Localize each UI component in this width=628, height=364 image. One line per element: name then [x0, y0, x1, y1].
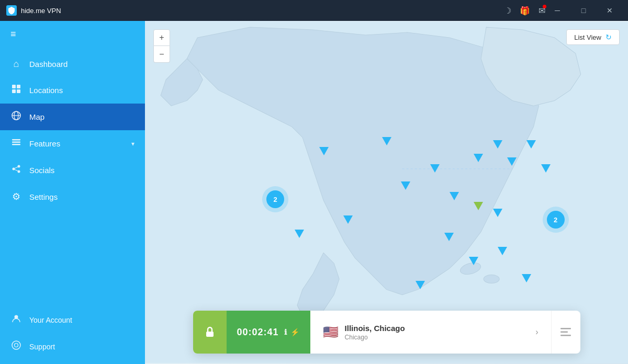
cluster-count-2: 2	[554, 216, 557, 224]
sidebar-item-features[interactable]: Features ▾	[0, 130, 145, 157]
svg-rect-2	[12, 89, 16, 93]
map-marker-9[interactable]	[493, 140, 502, 149]
support-icon	[10, 340, 22, 352]
map-container[interactable]: + − List View ↻ 2	[145, 21, 628, 364]
sidebar-item-socials[interactable]: Socials	[0, 157, 145, 184]
sidebar-label-socials: Socials	[29, 166, 134, 175]
sidebar-item-your-account[interactable]: Your Account	[0, 306, 145, 333]
timer-icons: ℹ ⚡	[284, 328, 300, 336]
location-flag: 🇺🇸	[323, 325, 339, 339]
map-marker-17[interactable]	[498, 247, 507, 255]
nav-items: ⌂ Dashboard Locations	[0, 47, 145, 306]
svg-rect-3	[17, 89, 20, 93]
svg-point-10	[13, 168, 15, 170]
gift-icon[interactable]: 🎁	[520, 6, 530, 16]
features-icon	[10, 138, 22, 150]
map-marker-8[interactable]	[474, 154, 483, 162]
sidebar-label-map: Map	[29, 112, 134, 121]
map-marker-5[interactable]	[401, 181, 410, 190]
location-name: Illinois, Chicago	[345, 324, 530, 333]
connection-timer: 00:02:41 ℹ ⚡	[227, 311, 310, 354]
svg-rect-25	[560, 335, 571, 336]
sidebar-label-dashboard: Dashboard	[29, 60, 134, 69]
hamburger-menu[interactable]: ≡	[10, 29, 16, 39]
zoom-out-button[interactable]: −	[153, 46, 170, 63]
map-marker-1[interactable]	[319, 147, 329, 155]
svg-line-14	[15, 169, 18, 171]
map-marker-10[interactable]	[507, 157, 517, 166]
map-marker-14[interactable]	[493, 209, 502, 217]
location-arrow[interactable]: ›	[535, 327, 538, 337]
sidebar-item-locations[interactable]: Locations	[0, 77, 145, 104]
main-layout: ≡ ⌂ Dashboard Locations	[0, 21, 628, 364]
cluster-count-1: 2	[274, 196, 277, 203]
refresh-icon: ↻	[605, 33, 612, 41]
moon-icon[interactable]: ☽	[504, 6, 511, 16]
svg-point-17	[15, 344, 18, 347]
bolt-icon: ⚡	[290, 328, 300, 336]
app-title: hide.me VPN	[21, 7, 61, 15]
svg-line-13	[15, 167, 18, 168]
map-marker-18[interactable]	[522, 274, 531, 282]
minimize-button[interactable]: ─	[545, 0, 569, 21]
zoom-in-button[interactable]: +	[153, 29, 170, 46]
svg-rect-1	[17, 85, 20, 88]
svg-point-16	[12, 341, 20, 349]
location-text: Illinois, Chicago Chicago	[345, 324, 530, 341]
mail-icon[interactable]: ✉	[539, 6, 545, 16]
sidebar-label-settings: Settings	[29, 192, 134, 201]
marker-cluster-2[interactable]: 2	[547, 211, 565, 229]
account-icon	[10, 314, 22, 326]
map-marker-7[interactable]	[450, 192, 459, 200]
connection-bar: 00:02:41 ℹ ⚡ 🇺🇸 Illinois, Chicago Chicag…	[193, 311, 580, 354]
list-view-label: List View	[574, 33, 601, 41]
svg-rect-9	[12, 144, 20, 145]
timer-value: 00:02:41	[237, 327, 279, 338]
sidebar-bottom: Your Account Support	[0, 306, 145, 364]
svg-rect-8	[12, 142, 20, 143]
map-marker-4[interactable]	[382, 137, 391, 145]
chevron-down-icon: ▾	[131, 140, 134, 147]
grid-icon	[10, 84, 22, 96]
sidebar-top: ≡	[0, 21, 145, 47]
sidebar-label-locations: Locations	[29, 86, 134, 95]
map-content: + − List View ↻ 2	[145, 21, 628, 364]
close-button[interactable]: ✕	[598, 0, 622, 21]
map-marker-12[interactable]	[541, 164, 551, 173]
svg-rect-22	[206, 332, 214, 337]
map-marker-11[interactable]	[526, 140, 536, 149]
svg-rect-23	[560, 328, 571, 329]
sidebar-item-support[interactable]: Support	[0, 333, 145, 360]
connection-location[interactable]: 🇺🇸 Illinois, Chicago Chicago ›	[310, 324, 551, 341]
titlebar-icons: ☽ 🎁 ✉	[504, 6, 545, 16]
app-logo	[6, 5, 17, 16]
settings-icon: ⚙	[10, 191, 22, 202]
svg-point-11	[18, 165, 20, 168]
home-icon: ⌂	[10, 59, 22, 70]
map-marker-19[interactable]	[416, 281, 425, 289]
globe-icon	[10, 111, 22, 123]
sidebar: ≡ ⌂ Dashboard Locations	[0, 21, 145, 364]
svg-point-20	[484, 275, 499, 283]
map-marker-3[interactable]	[343, 215, 353, 224]
sidebar-label-your-account: Your Account	[29, 316, 134, 324]
marker-cluster-1[interactable]: 2	[266, 190, 284, 208]
map-marker-chicago[interactable]	[474, 202, 483, 210]
sidebar-item-dashboard[interactable]: ⌂ Dashboard	[0, 51, 145, 77]
map-marker-15[interactable]	[444, 233, 454, 241]
list-view-button[interactable]: List View ↻	[566, 29, 620, 45]
map-marker-6[interactable]	[430, 164, 440, 173]
maximize-button[interactable]: □	[571, 0, 596, 21]
sidebar-label-features: Features	[29, 139, 124, 148]
map-marker-2[interactable]	[295, 230, 304, 238]
connection-lock	[193, 311, 227, 354]
titlebar: hide.me VPN ☽ 🎁 ✉ ─ □ ✕	[0, 0, 628, 21]
map-marker-16[interactable]	[469, 257, 478, 265]
titlebar-left: hide.me VPN	[6, 5, 61, 16]
location-city: Chicago	[345, 334, 530, 341]
sidebar-item-settings[interactable]: ⚙ Settings	[0, 184, 145, 210]
connection-menu-button[interactable]	[551, 311, 580, 354]
map-controls: + −	[153, 29, 170, 63]
socials-icon	[10, 164, 22, 176]
sidebar-item-map[interactable]: Map	[0, 104, 145, 130]
